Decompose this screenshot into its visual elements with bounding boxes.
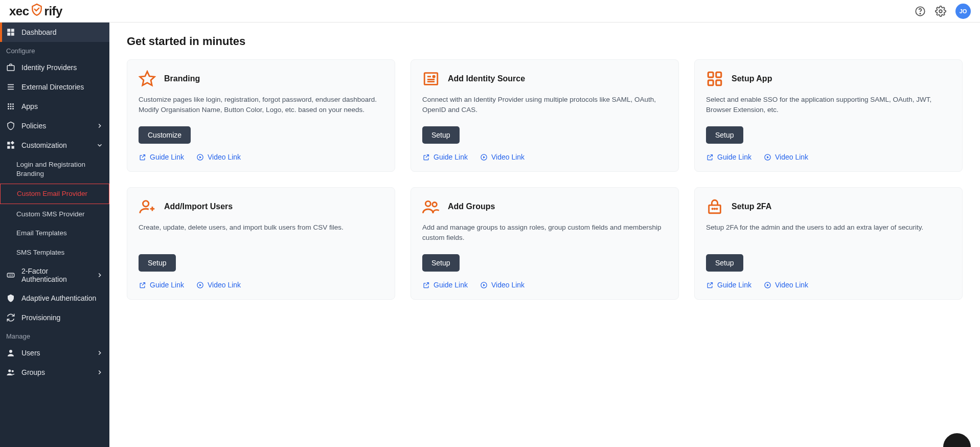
- sidebar-label: Apps: [21, 102, 103, 110]
- card-icon: [422, 198, 440, 215]
- chevron-right-icon: [96, 272, 103, 279]
- sidebar-section-configure: Configure: [0, 42, 109, 58]
- user-avatar[interactable]: JO: [955, 4, 971, 19]
- video-link[interactable]: Video Link: [480, 153, 525, 161]
- sidebar-item-adaptive-auth[interactable]: Adaptive Authentication: [0, 288, 109, 308]
- card-grid: BrandingCustomize pages like login, regi…: [127, 59, 963, 300]
- guide-link[interactable]: Guide Link: [422, 153, 468, 161]
- svg-rect-41: [708, 80, 713, 85]
- svg-point-17: [8, 108, 9, 109]
- sidebar-sub-custom-email[interactable]: Custom Email Provider: [0, 184, 109, 204]
- svg-point-12: [10, 103, 12, 105]
- svg-point-19: [12, 108, 14, 109]
- video-link[interactable]: Video Link: [480, 281, 525, 289]
- sidebar-label: Identity Providers: [21, 63, 103, 72]
- header-actions: JO: [915, 4, 971, 19]
- sidebar-item-customization[interactable]: Customization: [0, 136, 109, 155]
- sidebar-sub-sms-templates[interactable]: SMS Templates: [0, 243, 109, 262]
- svg-rect-22: [12, 146, 14, 149]
- video-link[interactable]: Video Link: [764, 153, 808, 161]
- external-link-icon: [139, 153, 146, 161]
- widgets-icon: [6, 141, 15, 150]
- svg-point-16: [12, 106, 14, 107]
- sidebar-item-provisioning[interactable]: Provisioning: [0, 308, 109, 327]
- sidebar-sub-custom-sms[interactable]: Custom SMS Provider: [0, 205, 109, 224]
- sidebar-item-dashboard[interactable]: Dashboard: [0, 23, 109, 42]
- play-circle-icon: [196, 281, 204, 289]
- card-setup-2fa: Setup 2FASetup 2FA for the admin and the…: [694, 187, 963, 300]
- sidebar-label: External Directories: [21, 83, 103, 91]
- shield-check-icon: [6, 121, 15, 130]
- svg-point-50: [425, 201, 430, 206]
- play-circle-icon: [764, 281, 771, 289]
- sidebar-item-groups[interactable]: Groups: [0, 363, 109, 382]
- sidebar-item-apps[interactable]: Apps: [0, 97, 109, 116]
- svg-rect-3: [7, 29, 10, 32]
- svg-marker-49: [199, 284, 201, 286]
- card-action-button[interactable]: Setup: [706, 126, 743, 144]
- card-action-button[interactable]: Customize: [139, 126, 191, 144]
- svg-rect-39: [708, 72, 713, 77]
- card-links: Guide LinkVideo Link: [422, 153, 667, 161]
- card-description: Customize pages like login, registration…: [139, 95, 383, 117]
- svg-point-2: [939, 10, 942, 13]
- sidebar-label: 2-Factor Authentication: [21, 267, 90, 283]
- card-action-button[interactable]: Setup: [139, 254, 176, 272]
- svg-rect-23: [11, 141, 14, 144]
- svg-point-27: [8, 370, 11, 372]
- svg-marker-29: [140, 72, 154, 85]
- card-description: Create, update, delete users, and import…: [139, 222, 383, 245]
- guide-link[interactable]: Guide Link: [139, 153, 184, 161]
- settings-icon[interactable]: [935, 6, 946, 17]
- svg-rect-5: [7, 33, 10, 36]
- top-header: xec rify JO: [0, 0, 980, 23]
- video-link[interactable]: Video Link: [196, 281, 241, 289]
- svg-point-15: [10, 106, 12, 107]
- shield-icon: [30, 3, 43, 19]
- card-icon: [422, 70, 440, 87]
- card-action-button[interactable]: Setup: [422, 126, 460, 144]
- guide-link[interactable]: Guide Link: [422, 281, 468, 289]
- card-description: Connect with an Identity Provider using …: [422, 95, 667, 117]
- briefcase-icon: [6, 63, 15, 72]
- guide-link[interactable]: Guide Link: [139, 281, 184, 289]
- chevron-right-icon: [96, 369, 103, 376]
- card-title: Branding: [164, 74, 200, 83]
- card-branding: BrandingCustomize pages like login, regi…: [127, 59, 395, 172]
- card-header: Setup 2FA: [706, 198, 951, 215]
- guide-link[interactable]: Guide Link: [706, 281, 751, 289]
- card-links: Guide LinkVideo Link: [139, 153, 383, 161]
- card-add-identity-source: Add Identity SourceConnect with an Ident…: [411, 59, 679, 172]
- chevron-right-icon: [96, 122, 103, 129]
- sidebar-label: Customization: [21, 141, 90, 149]
- card-links: Guide LinkVideo Link: [706, 281, 951, 289]
- card-action-button[interactable]: Setup: [422, 254, 460, 272]
- card-setup-app: Setup AppSelect and enable SSO for the a…: [694, 59, 963, 172]
- card-add-groups: Add GroupsAdd and manage groups to assig…: [411, 187, 679, 300]
- svg-point-11: [8, 103, 9, 105]
- sidebar-item-2fa[interactable]: 123 2-Factor Authentication: [0, 262, 109, 288]
- svg-text:123: 123: [9, 274, 13, 277]
- chevron-right-icon: [96, 349, 103, 356]
- sync-icon: [6, 313, 15, 322]
- sidebar-item-users[interactable]: Users: [0, 343, 109, 363]
- svg-point-1: [920, 13, 920, 13]
- card-description: Add and manage groups to assign roles, g…: [422, 222, 667, 245]
- user-icon: [6, 348, 15, 357]
- card-action-button[interactable]: Setup: [706, 254, 743, 272]
- sidebar-section-manage: Manage: [0, 327, 109, 343]
- sidebar-sub-login-branding[interactable]: Login and Registration Branding: [0, 155, 109, 183]
- svg-rect-21: [7, 146, 10, 149]
- svg-rect-20: [7, 142, 10, 144]
- help-icon[interactable]: [915, 6, 926, 17]
- video-link[interactable]: Video Link: [764, 281, 808, 289]
- external-link-icon: [706, 153, 714, 161]
- sidebar-item-policies[interactable]: Policies: [0, 116, 109, 136]
- external-link-icon: [422, 281, 430, 289]
- sidebar-item-identity-providers[interactable]: Identity Providers: [0, 58, 109, 77]
- guide-link[interactable]: Guide Link: [706, 153, 751, 161]
- sidebar-sub-email-templates[interactable]: Email Templates: [0, 223, 109, 243]
- play-circle-icon: [764, 153, 771, 161]
- video-link[interactable]: Video Link: [196, 153, 241, 161]
- sidebar-item-external-directories[interactable]: External Directories: [0, 77, 109, 97]
